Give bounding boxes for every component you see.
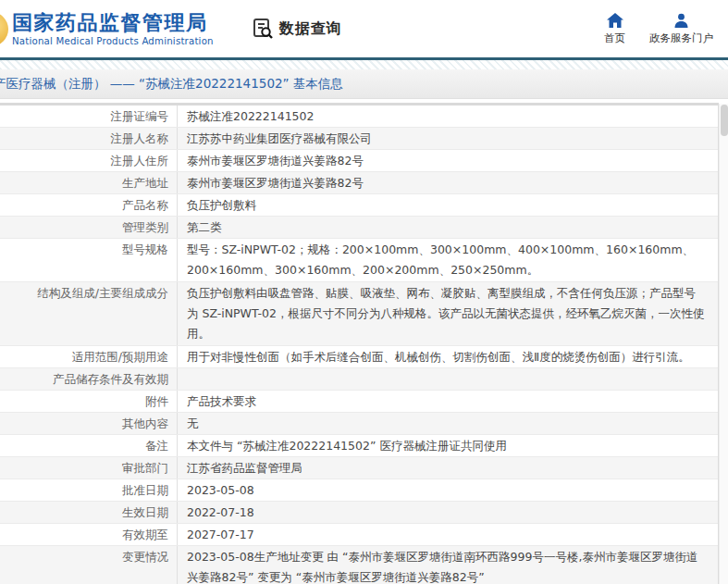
table-row: 有效期至 2027-07-17 — [0, 524, 718, 546]
row-label: 产品名称 — [0, 194, 177, 216]
row-value: 2027-07-17 — [177, 524, 718, 545]
table-row: 型号规格 型号：SZ-iNPWT-02；规格：200×100mm、300×100… — [0, 239, 718, 282]
hatch-stripe — [0, 60, 728, 69]
table-row: 产品名称 负压护创敷料 — [0, 194, 718, 217]
table-row: 批准日期 2023-05-08 — [0, 479, 718, 502]
nav-item-home[interactable]: 首页 — [604, 13, 625, 45]
row-label: 注册人名称 — [0, 128, 177, 149]
row-label: 管理类别 — [0, 217, 177, 238]
row-label: 生效日期 — [0, 502, 177, 523]
row-value: 第二类 — [177, 217, 718, 238]
nav-item-gov-portal[interactable]: 政务服务门户 — [649, 13, 713, 45]
row-value: 本文件与 “苏械注准20222141502” 医疗器械注册证共同使用 — [177, 435, 718, 456]
nmpa-logo — [0, 12, 8, 46]
site-header: 国家药品监督管理局 National Medical Products Admi… — [0, 0, 728, 57]
row-label: 备注 — [0, 435, 177, 456]
row-label: 有效期至 — [0, 524, 177, 545]
table-row: 审批部门 江苏省药品监督管理局 — [0, 457, 718, 479]
nav-label-home: 首页 — [604, 31, 625, 45]
header-nav: 首页 政务服务门户 — [604, 13, 728, 45]
info-table: 注册证编号 苏械注准20222141502 注册人名称 江苏苏中药业集团医疗器械… — [0, 103, 719, 584]
row-label: 变更情况 — [0, 546, 177, 584]
table-row: 注册证编号 苏械注准20222141502 — [0, 106, 718, 128]
table-row: 变更情况 2023-05-08生产地址变更 由 “泰州市姜堰区罗塘街道南环西路9… — [0, 546, 718, 584]
row-value: 泰州市姜堰区罗塘街道兴姜路82号 — [177, 150, 718, 171]
table-row: 产品储存条件及有效期 — [0, 368, 718, 391]
row-value: 江苏苏中药业集团医疗器械有限公司 — [177, 128, 718, 149]
table-row: 生产地址 泰州市姜堰区罗塘街道兴姜路82号 — [0, 172, 718, 194]
org-title-en: National Medical Products Administration — [12, 37, 214, 46]
row-value: 2022-07-18 — [177, 502, 718, 523]
table-row: 适用范围/预期用途 用于对非慢性创面（如手术后缝合创面、机械创伤、切割伤创面、浅… — [0, 346, 718, 368]
table-row: 其他内容 无 — [0, 413, 718, 435]
nav-label-gov-portal: 政务服务门户 — [649, 31, 713, 45]
table-row: 管理类别 第二类 — [0, 217, 718, 239]
row-label: 产品储存条件及有效期 — [0, 368, 177, 390]
vertical-scrollbar[interactable] — [719, 104, 728, 584]
org-title-block: 国家药品监督管理局 National Medical Products Admi… — [12, 11, 214, 46]
table-row: 注册人名称 江苏苏中药业集团医疗器械有限公司 — [0, 128, 718, 150]
table-row: 结构及组成/主要组成成分 负压护创敷料由吸盘管路、贴膜、吸液垫、网布、凝胶贴、离… — [0, 282, 718, 346]
table-row: 备注 本文件与 “苏械注准20222141502” 医疗器械注册证共同使用 — [0, 435, 718, 457]
row-value: 江苏省药品监督管理局 — [177, 457, 718, 478]
row-label: 注册证编号 — [0, 106, 177, 127]
home-icon — [607, 13, 623, 28]
row-value: 2023-05-08生产地址变更 由 “泰州市姜堰区罗塘街道南环西路999号一号… — [177, 546, 718, 584]
user-icon — [673, 13, 689, 28]
row-value: 产品技术要求 — [177, 391, 718, 412]
row-label: 审批部门 — [0, 457, 177, 478]
row-value: 用于对非慢性创面（如手术后缝合创面、机械创伤、切割伤创面、浅Ⅱ度的烧烫伤创面）进… — [177, 346, 718, 367]
table-row: 附件 产品技术要求 — [0, 391, 718, 413]
row-value — [177, 368, 718, 390]
row-value: 泰州市姜堰区罗塘街道兴姜路82号 — [177, 172, 718, 193]
row-label: 型号规格 — [0, 239, 177, 281]
scrollbar-thumb[interactable] — [721, 105, 728, 136]
row-value: 型号：SZ-iNPWT-02；规格：200×100mm、300×100mm、40… — [177, 239, 718, 281]
row-value: 无 — [177, 413, 718, 434]
module-title: 数据查询 — [279, 19, 342, 39]
page: 国家药品监督管理局 National Medical Products Admi… — [0, 0, 728, 584]
table-row: 注册人住所 泰州市姜堰区罗塘街道兴姜路82号 — [0, 150, 718, 172]
row-label: 批准日期 — [0, 479, 177, 501]
breadcrumb: 产医疗器械（注册） —— “苏械注准20222141502” 基本信息 — [0, 76, 343, 93]
breadcrumb-bar: 产医疗器械（注册） —— “苏械注准20222141502” 基本信息 — [0, 69, 728, 99]
row-label: 其他内容 — [0, 413, 177, 434]
row-label: 适用范围/预期用途 — [0, 346, 177, 367]
row-value: 负压护创敷料 — [177, 194, 718, 216]
row-value: 苏械注准20222141502 — [177, 106, 718, 127]
document-search-icon — [251, 17, 275, 41]
data-query-module[interactable]: 数据查询 — [251, 17, 342, 41]
row-label: 注册人住所 — [0, 150, 177, 171]
row-value: 负压护创敷料由吸盘管路、贴膜、吸液垫、网布、凝胶贴、离型膜组成，不含任何负压源；… — [177, 282, 718, 345]
table-row: 生效日期 2022-07-18 — [0, 502, 718, 524]
row-label: 生产地址 — [0, 172, 177, 193]
org-title-cn: 国家药品监督管理局 — [12, 11, 214, 34]
row-label: 附件 — [0, 391, 177, 412]
row-label: 结构及组成/主要组成成分 — [0, 282, 177, 345]
row-value: 2023-05-08 — [177, 479, 718, 501]
